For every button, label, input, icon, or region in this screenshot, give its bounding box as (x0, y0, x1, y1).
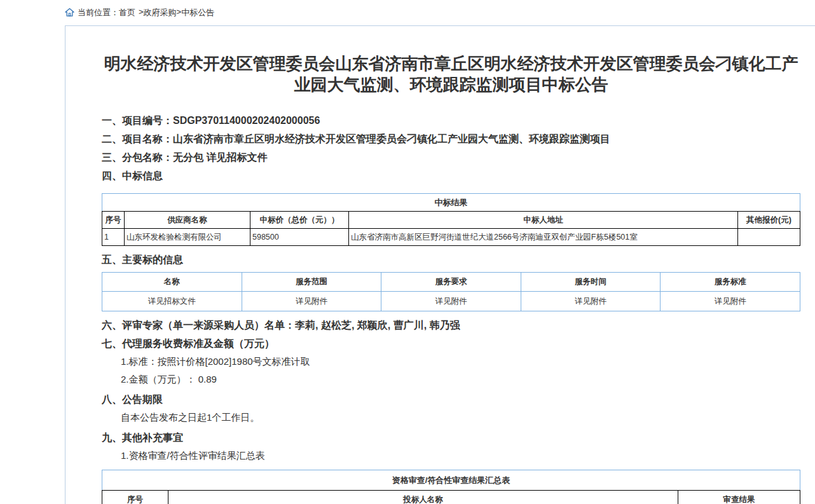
section-project-name: 二、项目名称：山东省济南市章丘区明水经济技术开发区管理委员会刁镇化工产业园大气监… (102, 133, 800, 145)
section-project-number: 一、项目编号：SDGP370114000202402000056 (102, 114, 800, 126)
review-table-caption-row: 资格审查/符合性审查结果汇总表 (102, 470, 800, 491)
section-subject-info-heading: 五、主要标的信息 (102, 254, 800, 266)
review-table-caption: 资格审查/符合性审查结果汇总表 (102, 470, 800, 491)
section-other-matters-heading: 九、其他补充事宜 (102, 432, 800, 444)
award-cell-price: 598500 (250, 229, 349, 246)
breadcrumb-item-home[interactable]: 首页 (119, 7, 135, 18)
agency-fee-amount: 2.金额（万元）： 0.89 (121, 374, 800, 385)
award-cell-address: 山东省济南市高新区巨野河街道世纪大道2566号济南迪亚双创产业园F栋5楼501室 (349, 229, 738, 246)
subject-cell-time: 详见附件 (521, 292, 661, 311)
breadcrumb-label: 当前位置： (78, 7, 119, 18)
announcement-body: 一、项目编号：SDGP370114000202402000056 二、项目名称：… (102, 114, 800, 504)
review-col-serial: 序号 (102, 491, 168, 504)
breadcrumb: 当前位置： 首页 > 政府采购 > 中标公告 (0, 0, 815, 25)
breadcrumb-item-procurement[interactable]: 政府采购 (144, 7, 177, 18)
breadcrumb-separator: > (177, 7, 182, 17)
review-summary-table: 资格审查/符合性审查结果汇总表 序号 投标人名称 审查结果 (102, 470, 800, 504)
subject-table-row: 详见招标文件 详见附件 详见附件 详见附件 详见附件 (102, 292, 800, 311)
section-notice-period-heading: 八、公告期限 (102, 393, 800, 405)
award-result-table: 中标结果 序号 供应商名称 中标价（总价（元）） 中标人地址 其他报价(元) 1… (102, 193, 800, 246)
section-agency-fee-heading: 七、代理服务收费标准及金额（万元） (102, 337, 800, 350)
award-col-price: 中标价（总价（元）） (250, 212, 349, 229)
award-table-header-row: 序号 供应商名称 中标价（总价（元）） 中标人地址 其他报价(元) (102, 212, 800, 229)
breadcrumb-separator: > (139, 7, 144, 17)
subject-col-time: 服务时间 (521, 273, 661, 292)
subject-info-table: 名称 服务范围 服务要求 服务时间 服务标准 详见招标文件 详见附件 详见附件 … (102, 272, 800, 311)
review-table-header-row: 序号 投标人名称 审查结果 (102, 491, 800, 504)
page-title: 明水经济技术开发区管理委员会山东省济南市章丘区明水经济技术开发区管理委员会刁镇化… (102, 53, 800, 95)
other-matters-item: 1.资格审查/符合性评审结果汇总表 (121, 450, 800, 461)
award-table-caption-row: 中标结果 (102, 194, 800, 212)
subject-cell-standard: 详见附件 (661, 292, 800, 311)
subject-col-requirement: 服务要求 (381, 273, 521, 292)
section-award-info-heading: 四、中标信息 (102, 170, 800, 182)
award-col-other-quote: 其他报价(元) (737, 212, 800, 229)
award-table-row: 1 山东环发检验检测有限公司 598500 山东省济南市高新区巨野河街道世纪大道… (102, 229, 800, 246)
award-col-serial: 序号 (102, 212, 125, 229)
award-cell-supplier: 山东环发检验检测有限公司 (125, 229, 250, 246)
subject-col-scope: 服务范围 (242, 273, 381, 292)
subject-cell-requirement: 详见附件 (381, 292, 521, 311)
award-cell-serial: 1 (102, 229, 125, 246)
subject-cell-scope: 详见附件 (242, 292, 381, 311)
section-subpackage-name: 三、分包名称：无分包 详见招标文件 (102, 151, 800, 163)
section-experts: 六、评审专家（单一来源采购人员）名单：李莉, 赵松芝, 郑颖欣, 曹广川, 韩乃… (102, 319, 800, 331)
award-cell-other-quote (737, 229, 800, 246)
home-icon (65, 8, 74, 17)
subject-col-name: 名称 (102, 273, 242, 292)
award-col-address: 中标人地址 (349, 212, 738, 229)
notice-period-text: 自本公告发布之日起1个工作日。 (121, 412, 800, 423)
review-col-result: 审查结果 (678, 491, 800, 504)
announcement-card: 明水经济技术开发区管理委员会山东省济南市章丘区明水经济技术开发区管理委员会刁镇化… (65, 25, 815, 504)
breadcrumb-item-award-notice[interactable]: 中标公告 (181, 7, 214, 18)
award-table-caption: 中标结果 (102, 194, 800, 212)
subject-cell-name: 详见招标文件 (102, 292, 242, 311)
agency-fee-standard: 1.标准：按照计价格[2002]1980号文标准计取 (121, 356, 800, 367)
review-col-bidder: 投标人名称 (168, 491, 678, 504)
subject-col-standard: 服务标准 (661, 273, 800, 292)
subject-table-header-row: 名称 服务范围 服务要求 服务时间 服务标准 (102, 273, 800, 292)
award-col-supplier: 供应商名称 (125, 212, 250, 229)
